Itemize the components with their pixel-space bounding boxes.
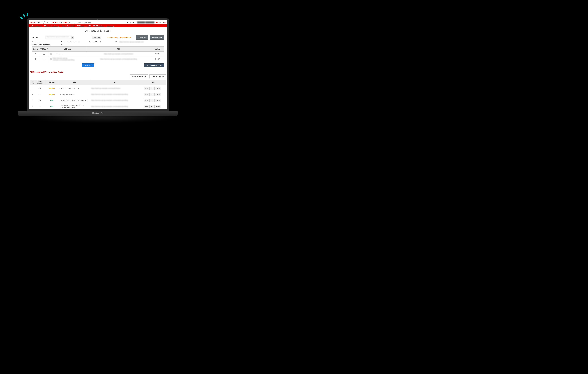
add-new-button[interactable]: Add New — [92, 36, 101, 39]
api-uri: https://service-api.qa-example.com/analy… — [100, 58, 137, 60]
view-button[interactable]: View — [144, 99, 149, 102]
view-button[interactable]: View — [144, 93, 149, 96]
nav-administrators[interactable]: Administrators — [31, 25, 42, 27]
api-url-dropdown-button[interactable]: ▾ — [71, 36, 74, 39]
logo: INDUSFACE WAS — [30, 21, 49, 23]
vuln-severity: Medium — [49, 93, 55, 95]
edit-button[interactable]: Edit — [149, 105, 154, 108]
edit-button[interactable]: Edit — [149, 87, 154, 90]
vuln-alert-id: 919 — [35, 91, 45, 97]
vuln-sr: 3 — [30, 97, 35, 103]
vuln-table-row: 1426MediumOld Cipher Suites Detectedhttp… — [30, 85, 166, 91]
vuln-details-legend: API Security Audit Vulnerabilities Detai… — [29, 71, 64, 73]
scan-status: Scan Status : Session Start — [107, 36, 131, 39]
api-uri: https://auth.qa-example.com/oauth2/token — [104, 53, 133, 55]
api-url-select-wrap: https://service-api.qa-example.com ▾ — [45, 36, 74, 39]
customer-label: Customer : — [32, 41, 40, 43]
api-enabled-checkbox — [50, 53, 52, 55]
app-title: Indusface WAS | Service Administration P… — [52, 21, 91, 23]
app-title-main: Indusface WAS — [52, 21, 67, 23]
vth-sev: Severity — [45, 80, 59, 85]
vuln-severity: Low — [50, 99, 53, 101]
view-button[interactable]: View — [144, 105, 149, 108]
vuln-table-row: 2919MediumMissing HSTS Headerhttps://ser… — [30, 91, 166, 97]
logo-indus: INDUS — [30, 21, 36, 23]
camera-icon — [97, 19, 98, 20]
vuln-alert-id: 920 — [35, 97, 45, 103]
remaining-value: 98 — [61, 43, 63, 45]
api-method: POST — [151, 56, 164, 62]
vth-sr: Sr. No. — [30, 80, 35, 85]
scan-script-variables-button[interactable]: Scan Script Variables — [144, 63, 164, 67]
scan-status-value: Session Start — [120, 36, 131, 39]
vuln-url: https://service-api.qa-example.com/analy… — [91, 106, 128, 107]
edit-button[interactable]: Edit — [149, 93, 154, 96]
disable-scan-checkbox[interactable] — [43, 53, 45, 55]
home-link[interactable]: Home — [156, 22, 160, 23]
api-url-select[interactable]: https://service-api.qa-example.com — [45, 36, 71, 39]
vuln-table-row: 3920LowPossible Slow Response Time Detec… — [30, 97, 166, 103]
vuln-sr: 4 — [30, 103, 35, 109]
api-table-row: 2https://service-api.qa-example.com/anal… — [32, 56, 164, 62]
logo-face: FACE — [37, 21, 42, 23]
service-id-value: 80 — [99, 41, 101, 43]
logout-link[interactable]: Logout — [161, 22, 166, 23]
page-title: API Security Scan — [29, 29, 167, 33]
upload-file-button[interactable]: Upload File — [136, 35, 148, 40]
vuln-url: https://auth.qa-example.com/oauth2/token — [91, 88, 120, 89]
vuln-sr: 2 — [30, 91, 35, 97]
vuln-url: https://service-api.qa-example.com/analy… — [91, 99, 128, 101]
api-table-row: 1auth endpointhttps://auth.qa-example.co… — [32, 52, 164, 56]
th-disable: Disable For Scan — [39, 47, 49, 52]
th-sr: Sr. No. — [32, 47, 39, 52]
view-all-results-button[interactable]: View All Results — [149, 74, 166, 78]
logo-was: WAS — [46, 22, 49, 23]
vuln-details-fieldset: API Security Audit Vulnerabilities Detai… — [29, 71, 166, 73]
nav-api-security-audit[interactable]: API Security Audit — [77, 25, 91, 27]
vuln-title: Unset/Insecure X-Permitted-Cross-Domain-… — [59, 103, 90, 109]
vuln-table: Sr. No. Unique Alert ID Severity Title U… — [30, 80, 166, 109]
vuln-alert-id: 921 — [35, 103, 45, 109]
fixed-button[interactable]: Fixed — [155, 105, 161, 108]
fixed-button[interactable]: Fixed — [155, 93, 161, 96]
vth-alertid: Unique Alert ID — [35, 80, 45, 85]
customer-value: Indusface TAS Production — [61, 41, 79, 43]
vuln-url: https://service-api.qa-example.com/analy… — [91, 93, 128, 95]
api-table: Sr. No. Disable For Scan API Name URI Me… — [32, 46, 164, 62]
remaining-label: Remaining API Endpoint : — [32, 43, 51, 45]
download-file-button[interactable]: Download File — [150, 35, 164, 40]
api-method: POST — [151, 52, 164, 56]
header: INDUSFACE WAS Indusface WAS | Service Ad… — [29, 20, 167, 24]
vuln-title: Missing HSTS Header — [59, 91, 90, 97]
api-url-label: API URL : — [32, 37, 44, 38]
vth-url: URL — [90, 80, 139, 85]
start-scan-button[interactable]: Start Scan — [82, 63, 94, 67]
view-button[interactable]: View — [144, 87, 149, 90]
scan-status-label: Scan Status : — [107, 36, 120, 39]
nav-was-premium[interactable]: WAS Premium — [93, 25, 104, 27]
fixed-button[interactable]: Fixed — [155, 99, 161, 102]
app-screen: INDUSFACE WAS Indusface WAS | Service Ad… — [29, 20, 167, 109]
logged-in-prefix: Logged in as: — [127, 22, 137, 23]
nav-licensing[interactable]: Licensing — [107, 25, 114, 27]
th-apiname: API Name — [49, 47, 86, 52]
edit-button[interactable]: Edit — [149, 99, 154, 102]
service-id-label: Service ID : — [89, 41, 98, 43]
vth-action: Action — [139, 80, 166, 85]
fixed-button[interactable]: Fixed — [155, 87, 161, 90]
vuln-severity: Low — [50, 106, 53, 107]
api-sr: 1 — [32, 52, 39, 56]
nav-malware-monitoring[interactable]: Malware Monitoring — [44, 25, 59, 27]
vuln-sr: 1 — [30, 85, 35, 91]
url-value: https://service-api.qa-example.com — [119, 41, 144, 43]
list-scan-logs-button[interactable]: List CS Scan-logs — [130, 74, 148, 78]
vuln-alert-id: 426 — [35, 85, 45, 91]
laptop-frame: INDUSFACE WAS Indusface WAS | Service Ad… — [27, 18, 169, 115]
disable-scan-checkbox[interactable] — [43, 58, 45, 60]
vuln-title: Possible Slow Response Time Detected — [59, 97, 90, 103]
logged-in-user: ███████ ████████ — [137, 22, 154, 23]
logo-arc-icon — [42, 21, 45, 23]
nav-application-audit[interactable]: Application Audit — [62, 25, 75, 27]
scan-config-box: API URL : https://service-api.qa-example… — [30, 34, 166, 68]
main-nav: Administrators Malware Monitoring Applic… — [29, 24, 167, 27]
